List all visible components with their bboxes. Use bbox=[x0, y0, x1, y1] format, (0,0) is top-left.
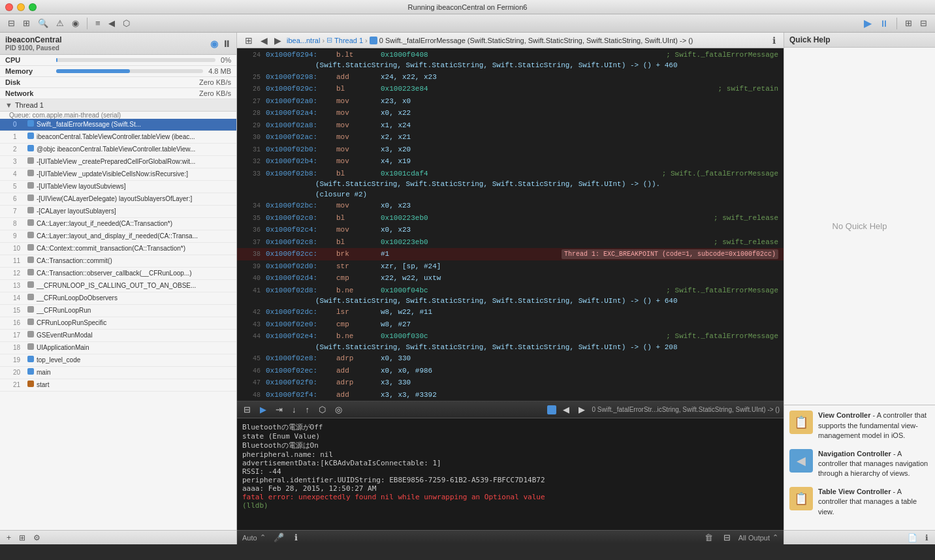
frame-item-19[interactable]: 19 top_level_code bbox=[0, 354, 236, 367]
frame-item-8[interactable]: 8 CA::Layer::layout_if_needed(CA::Transa… bbox=[0, 218, 236, 230]
nav-back-button[interactable]: ◀ bbox=[258, 34, 270, 47]
disasm-row-19[interactable]: 380x1000f02cc:brk#1Thread 1: EXC_BREAKPO… bbox=[237, 248, 784, 260]
disasm-row-10[interactable]: 290x1000f02a8:movx1, x24 bbox=[237, 119, 784, 132]
frame-item-4[interactable]: 4 -[UITableView _updateVisibleCellsNow:i… bbox=[0, 168, 236, 181]
frame-item-10[interactable]: 10 CA::Context::commit_transaction(CA::T… bbox=[0, 243, 236, 255]
split-view-button[interactable]: ⊟ bbox=[917, 17, 930, 29]
list-view-button[interactable]: ≡ bbox=[93, 17, 103, 29]
breakpoint-btn[interactable]: ⬡ bbox=[316, 403, 328, 416]
disasm-row-21[interactable]: 400x1000f02d4:cmpx22, w22, uxtw bbox=[237, 272, 784, 285]
disasm-row-17[interactable]: 360x1000f02c4:movx0, x23 bbox=[237, 224, 784, 236]
frame-item-14[interactable]: 14 __CFRunLoopDoObservers bbox=[0, 292, 236, 305]
frame-item-21[interactable]: 21 start bbox=[0, 379, 236, 392]
qh-doc-btn[interactable]: 📄 bbox=[905, 532, 920, 544]
disasm-row-16[interactable]: 350x1000f02c0:bl0x100223eb0; swift_relea… bbox=[237, 212, 784, 225]
disasm-row-11[interactable]: 300x1000f02ac:movx2, x21 bbox=[237, 131, 784, 144]
maximize-button[interactable] bbox=[29, 3, 37, 11]
nav-back-bottom[interactable]: ◀ bbox=[560, 403, 572, 416]
add-button[interactable]: + bbox=[4, 532, 14, 544]
disasm-row-8[interactable]: 270x1000f02a0:movx23, x0 bbox=[237, 95, 784, 108]
pause-button[interactable]: ⏸ bbox=[877, 17, 891, 30]
disasm-row-22[interactable]: 410x1000f02d8:b.ne0x1000f04bc; Swift._fa… bbox=[237, 285, 784, 297]
sidebar-toggle-button[interactable]: ⊟ bbox=[5, 17, 18, 29]
disasm-row-27[interactable]: 460x1000f02ec:addx0, x0, #986 bbox=[237, 365, 784, 377]
clear-btn[interactable]: 🗑 bbox=[702, 531, 716, 544]
auto-select[interactable]: Auto ⌃ bbox=[242, 533, 266, 542]
disasm-row-12[interactable]: 310x1000f02b0:movx3, x20 bbox=[237, 144, 784, 156]
comment: ; Swift._fatalErrorMessage bbox=[666, 331, 778, 342]
grid-view-toggle[interactable]: ⊞ bbox=[242, 34, 255, 47]
filter-button[interactable]: ⊞ bbox=[16, 532, 28, 544]
frame-item-9[interactable]: 9 CA::Layer::layout_and_display_if_neede… bbox=[0, 230, 236, 243]
breadcrumb-thread-label[interactable]: Thread 1 bbox=[334, 37, 363, 44]
frame-item-15[interactable]: 15 __CFRunLoopRun bbox=[0, 305, 236, 317]
disasm-row-29[interactable]: 480x1000f02f4:addx3, x3, #3392 bbox=[237, 389, 784, 401]
microphone-btn[interactable]: 🎤 bbox=[271, 531, 287, 544]
back-button[interactable]: ◀ bbox=[106, 17, 118, 29]
view-toggle-button[interactable]: ⊞ bbox=[20, 17, 33, 29]
disasm-row-7[interactable]: 260x1000f029c:bl0x100223e84; swift_retai… bbox=[237, 83, 784, 95]
frame-item-5[interactable]: 5 -[UITableView layoutSubviews] bbox=[0, 181, 236, 193]
step-in-btn[interactable]: ↓ bbox=[289, 403, 299, 416]
step-over-btn[interactable]: ⇥ bbox=[273, 403, 285, 416]
instruction: bl bbox=[336, 237, 375, 248]
disasm-row-6[interactable]: 250x1000f0298:addx24, x22, x23 bbox=[237, 71, 784, 84]
frame-item-13[interactable]: 13 __CFRUNLOOP_IS_CALLING_OUT_TO_AN_OBSE… bbox=[0, 280, 236, 292]
window-controls[interactable] bbox=[5, 3, 37, 11]
frame-item-0[interactable]: 0 Swift._fatalErrorMessage (Swift.St... bbox=[0, 119, 236, 131]
info-btn[interactable]: ℹ bbox=[292, 531, 300, 544]
warning-button[interactable]: ⚠ bbox=[54, 17, 67, 29]
nav-forward-button[interactable]: ▶ bbox=[272, 34, 284, 47]
expand-btn[interactable]: ⊟ bbox=[241, 403, 253, 416]
frame-item-3[interactable]: 3 -[UITableView _createPreparedCellForGl… bbox=[0, 156, 236, 168]
thread-1-header[interactable]: ▼ Thread 1 bbox=[0, 99, 236, 112]
minimize-button[interactable] bbox=[17, 3, 25, 11]
frame-item-12[interactable]: 12 CA::Transaction::observer_callback(__… bbox=[0, 268, 236, 280]
disassembly-view[interactable]: 190x1000f0280:bl0x100223ad4; swift_alloc… bbox=[237, 48, 784, 401]
disasm-row-23[interactable]: 420x1000f02dc:lsrw8, w22, #11 bbox=[237, 306, 784, 319]
frame-item-2[interactable]: 2 @objc ibeaconCentral.TableViewControll… bbox=[0, 144, 236, 156]
step-out-btn[interactable]: ↑ bbox=[303, 403, 313, 416]
location-button[interactable]: ◉ bbox=[69, 17, 82, 29]
play-btn[interactable]: ▶ bbox=[257, 403, 269, 416]
disasm-row-25[interactable]: 440x1000f02e4:b.ne0x1000f030c; Swift._fa… bbox=[237, 330, 784, 343]
close-button[interactable] bbox=[5, 3, 13, 11]
frame-item-18[interactable]: 18 UIApplicationMain bbox=[0, 342, 236, 354]
all-output-select[interactable]: All Output ⌃ bbox=[738, 533, 778, 542]
disasm-row-20[interactable]: 390x1000f02d0:strxzr, [sp, #24] bbox=[237, 260, 784, 273]
inspector-toggle[interactable]: ℹ bbox=[770, 34, 778, 47]
grid-view-button[interactable]: ⊞ bbox=[902, 17, 915, 29]
frame-item-6[interactable]: 6 -[UIView(CALayerDelegate) layoutSublay… bbox=[0, 193, 236, 206]
nav-fwd-bottom[interactable]: ▶ bbox=[576, 403, 588, 416]
breadcrumb-frame[interactable]: 0 Swift._fatalErrorMessage (Swift.Static… bbox=[379, 37, 693, 44]
breakpoints-button[interactable]: ⬡ bbox=[120, 17, 133, 29]
frame-item-1[interactable]: 1 ibeaconCentral.TableViewController.tab… bbox=[0, 131, 236, 144]
disasm-row-28[interactable]: 470x1000f02f0:adrpx3, 330 bbox=[237, 377, 784, 389]
breadcrumb-app[interactable]: ibea...ntral bbox=[287, 37, 320, 44]
comment: ; swift_release bbox=[714, 237, 778, 248]
console-output[interactable]: Bluetoothの電源がOffstate (Enum Value)Blueto… bbox=[237, 418, 784, 530]
disasm-row-15[interactable]: 340x1000f02bc:movx0, x23 bbox=[237, 200, 784, 212]
frame-item-7[interactable]: 7 -[CALayer layoutSublayers] bbox=[0, 206, 236, 218]
frame-item-11[interactable]: 11 CA::Transaction::commit() bbox=[0, 255, 236, 268]
frame-item-17[interactable]: 17 GSEventRunModal bbox=[0, 330, 236, 342]
frame-item-16[interactable]: 16 CFRunLoopRunSpecific bbox=[0, 317, 236, 330]
frame-icon-btn[interactable] bbox=[547, 405, 556, 414]
qh-info-btn[interactable]: ℹ bbox=[923, 532, 931, 544]
location-btn[interactable]: ◎ bbox=[332, 403, 345, 416]
disasm-row-5[interactable]: 240x1000f0294:b.lt0x1000f0408; Swift._fa… bbox=[237, 49, 784, 61]
address: 0x1000f02e8: bbox=[266, 353, 331, 364]
disasm-row-13[interactable]: 320x1000f02b4:movx4, x19 bbox=[237, 155, 784, 168]
sidebar-settings-button[interactable]: ⚙ bbox=[31, 532, 43, 544]
frame-item-20[interactable]: 20 main bbox=[0, 367, 236, 379]
disasm-row-9[interactable]: 280x1000f02a4:movx0, x22 bbox=[237, 107, 784, 119]
pause-control-icon[interactable]: ⏸ bbox=[222, 39, 231, 49]
disasm-row-14[interactable]: 330x1000f02b8:bl0x1001cdaf4; Swift.(_fat… bbox=[237, 168, 784, 180]
disasm-row-26[interactable]: 450x1000f02e8:adrpx0, 330 bbox=[237, 352, 784, 365]
disasm-row-24[interactable]: 430x1000f02e0:cmpw8, #27 bbox=[237, 319, 784, 331]
split-btn[interactable]: ⊟ bbox=[721, 531, 733, 544]
search-button[interactable]: 🔍 bbox=[35, 17, 51, 29]
breadcrumb-thread[interactable]: ⊟ bbox=[326, 36, 332, 44]
continue-button[interactable]: ▶ bbox=[861, 16, 874, 31]
disasm-row-18[interactable]: 370x1000f02c8:bl0x100223eb0; swift_relea… bbox=[237, 236, 784, 249]
